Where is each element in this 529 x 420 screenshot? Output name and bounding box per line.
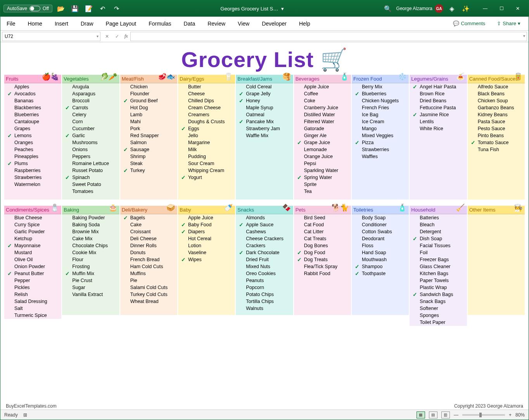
list-item[interactable]: Salmon: [120, 139, 177, 146]
list-item[interactable]: Shrimp: [120, 153, 177, 160]
checkmark-icon[interactable]: ✓: [295, 174, 304, 181]
list-item[interactable]: Dog Bones: [294, 242, 351, 249]
checkmark-icon[interactable]: ✓: [237, 98, 246, 104]
list-item[interactable]: Lemonade: [294, 146, 351, 153]
list-item[interactable]: Dinner Rolls: [120, 242, 177, 249]
list-item[interactable]: Mouthwash: [352, 256, 409, 263]
list-item[interactable]: Peppers: [62, 153, 119, 160]
list-item[interactable]: ✓Spinach: [62, 174, 119, 181]
list-item[interactable]: Cake: [120, 221, 177, 228]
list-item[interactable]: Salt: [4, 305, 61, 312]
list-item[interactable]: Ketchup: [4, 235, 61, 242]
list-item[interactable]: Wheat Bread: [120, 298, 177, 305]
list-item[interactable]: Paper Towels: [410, 277, 467, 284]
list-item[interactable]: Berry Mix: [352, 83, 409, 90]
open-icon[interactable]: 📂: [55, 3, 66, 14]
list-item[interactable]: Turmeric Spice: [4, 312, 61, 319]
list-item[interactable]: Coke: [294, 97, 351, 104]
ribbon-tab-help[interactable]: Help: [297, 18, 312, 29]
checkmark-icon[interactable]: ✓: [5, 270, 14, 277]
list-item[interactable]: Pickles: [4, 284, 61, 291]
list-item[interactable]: Ice Cream: [352, 118, 409, 125]
list-item[interactable]: Salami Cold Cuts: [120, 284, 177, 291]
list-item[interactable]: Cashews: [236, 228, 293, 235]
list-item[interactable]: ✓Ground Beef: [120, 97, 177, 104]
list-item[interactable]: ✓Carrots: [62, 104, 119, 111]
checkmark-icon[interactable]: ✓: [121, 167, 130, 174]
list-item[interactable]: Romaine Lettuce: [62, 160, 119, 167]
list-item[interactable]: Hand Soap: [352, 249, 409, 256]
list-item[interactable]: ✓Blueberries: [352, 90, 409, 97]
list-item[interactable]: Oranges: [4, 139, 61, 146]
list-item[interactable]: Bananas: [4, 97, 61, 104]
checkmark-icon[interactable]: ✓: [353, 139, 362, 146]
list-item[interactable]: Cotton Swabs: [352, 228, 409, 235]
list-item[interactable]: ✓Apple Sauce: [236, 221, 293, 228]
list-item[interactable]: Blueberries: [4, 111, 61, 118]
list-item[interactable]: Vanilla Extract: [62, 291, 119, 298]
list-item[interactable]: Creamers: [178, 111, 235, 118]
list-item[interactable]: Cat Food: [294, 221, 351, 228]
list-item[interactable]: ✓Grape Juice: [294, 139, 351, 146]
checkmark-icon[interactable]: ✓: [179, 229, 188, 235]
formula-input[interactable]: [130, 32, 527, 41]
ribbon-tab-draw[interactable]: Draw: [79, 18, 95, 29]
minimize-button[interactable]: —: [477, 3, 493, 14]
list-item[interactable]: Tortilla Chips: [236, 298, 293, 305]
list-item[interactable]: Apple Juice: [294, 83, 351, 90]
list-item[interactable]: Alfredo Sauce: [468, 83, 525, 90]
checkmark-icon[interactable]: ✓: [237, 250, 246, 256]
list-item[interactable]: Butter: [178, 83, 235, 90]
list-item[interactable]: ✓Eggs: [178, 125, 235, 132]
list-item[interactable]: ✓Angel Hair Pasta: [410, 83, 467, 90]
list-item[interactable]: Pepsi: [294, 160, 351, 167]
list-item[interactable]: Mahi: [120, 118, 177, 125]
list-item[interactable]: Cantaloupe: [4, 118, 61, 125]
checkmark-icon[interactable]: ✓: [63, 174, 72, 181]
list-item[interactable]: Watermelon: [4, 181, 61, 188]
list-item[interactable]: Dried Beans: [410, 97, 467, 104]
ribbon-tab-developer[interactable]: Developer: [260, 18, 288, 29]
list-item[interactable]: Waffles: [352, 153, 409, 160]
ribbon-tab-formulas[interactable]: Formulas: [147, 18, 173, 29]
list-item[interactable]: Onion Powder: [4, 263, 61, 270]
list-item[interactable]: ✓Sandwich Bags: [410, 291, 467, 298]
list-item[interactable]: Raspberries: [4, 167, 61, 174]
list-item[interactable]: Corn: [62, 118, 119, 125]
ribbon-tab-home[interactable]: Home: [26, 18, 44, 29]
list-item[interactable]: White Rice: [410, 125, 467, 132]
list-item[interactable]: Doughs & Crusts: [178, 118, 235, 125]
ribbon-tab-review[interactable]: Review: [206, 18, 227, 29]
list-item[interactable]: Apple Juice: [178, 214, 235, 221]
list-item[interactable]: Brown Rice: [410, 90, 467, 97]
list-item[interactable]: Distilled Water: [294, 111, 351, 118]
name-box[interactable]: U72: [2, 32, 100, 41]
list-item[interactable]: Mango: [352, 125, 409, 132]
list-item[interactable]: Peaches: [4, 146, 61, 153]
list-item[interactable]: Softener: [410, 305, 467, 312]
list-item[interactable]: Pinto Beans: [468, 132, 525, 139]
checkmark-icon[interactable]: ✓: [295, 250, 304, 256]
list-item[interactable]: Pie Crust: [62, 277, 119, 284]
checkmark-icon[interactable]: ✓: [295, 139, 304, 146]
checkmark-icon[interactable]: ✓: [353, 263, 362, 270]
list-item[interactable]: Bleach: [410, 221, 467, 228]
list-item[interactable]: Apples: [4, 83, 61, 90]
list-item[interactable]: Garbanzo Beans: [468, 104, 525, 111]
checkmark-icon[interactable]: ✓: [353, 270, 362, 277]
list-item[interactable]: ✓Plums: [4, 160, 61, 167]
redo-icon[interactable]: ↷: [111, 3, 122, 14]
zoom-out-button[interactable]: —: [454, 412, 458, 418]
list-item[interactable]: Chicken Soup: [468, 97, 525, 104]
list-item[interactable]: Margarine: [178, 139, 235, 146]
checkmark-icon[interactable]: ✓: [468, 139, 478, 146]
list-item[interactable]: Potato Chips: [236, 291, 293, 298]
list-item[interactable]: Curry Spice: [4, 221, 61, 228]
list-item[interactable]: Chocolate Chips: [62, 242, 119, 249]
list-item[interactable]: Pepper: [4, 277, 61, 284]
list-item[interactable]: ✓Dog Food: [294, 249, 351, 256]
view-page-break-button[interactable]: ▥: [441, 411, 450, 418]
checkmark-icon[interactable]: ✓: [179, 222, 188, 228]
list-item[interactable]: Glass Cleaner: [410, 263, 467, 270]
list-item[interactable]: Maple Syrup: [236, 104, 293, 111]
